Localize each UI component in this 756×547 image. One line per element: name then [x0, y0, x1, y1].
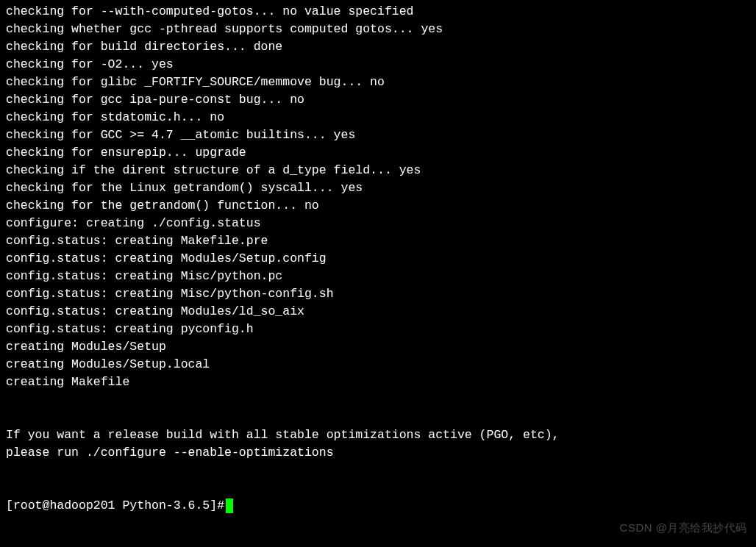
terminal-line: checking for --with-computed-gotos... no…	[6, 3, 756, 21]
terminal-line: checking for glibc _FORTIFY_SOURCE/memmo…	[6, 74, 756, 91]
terminal-line: please run ./configure --enable-optimiza…	[6, 444, 756, 462]
terminal-line: checking for stdatomic.h... no	[6, 109, 756, 126]
terminal-line	[6, 462, 756, 479]
terminal-line: checking for the Linux getrandom() sysca…	[6, 179, 756, 197]
terminal-line: creating Modules/Setup	[6, 338, 756, 356]
terminal-line: If you want a release build with all sta…	[6, 426, 756, 444]
terminal-line: config.status: creating Misc/python.pc	[6, 268, 756, 285]
terminal-line: configure: creating ./config.status	[6, 215, 756, 232]
terminal-line: config.status: creating Misc/python-conf…	[6, 285, 756, 303]
terminal-line: config.status: creating Modules/Setup.co…	[6, 250, 756, 268]
terminal-line: checking for gcc ipa-pure-const bug... n…	[6, 91, 756, 109]
terminal-cursor	[226, 498, 233, 513]
terminal-line	[6, 479, 756, 497]
terminal-line	[6, 391, 756, 409]
terminal-line	[6, 409, 756, 426]
terminal-output: checking for --with-computed-gotos... no…	[6, 3, 756, 497]
terminal-line: creating Makefile	[6, 373, 756, 391]
terminal-line: checking if the dirent structure of a d_…	[6, 162, 756, 179]
terminal-line: config.status: creating Modules/ld_so_ai…	[6, 303, 756, 321]
terminal-line: checking for GCC >= 4.7 __atomic builtin…	[6, 126, 756, 144]
terminal-line: checking for ensurepip... upgrade	[6, 144, 756, 162]
terminal-line: config.status: creating Makefile.pre	[6, 232, 756, 250]
terminal-line: checking for -O2... yes	[6, 56, 756, 74]
prompt-text: [root@hadoop201 Python-3.6.5]#	[6, 497, 224, 515]
terminal-line: checking whether gcc -pthread supports c…	[6, 21, 756, 38]
terminal-line: creating Modules/Setup.local	[6, 356, 756, 373]
terminal-line: checking for the getrandom() function...…	[6, 197, 756, 215]
watermark: CSDN @月亮给我抄代码	[620, 519, 747, 537]
terminal-line: checking for build directories... done	[6, 38, 756, 56]
prompt-line[interactable]: [root@hadoop201 Python-3.6.5]#	[6, 497, 756, 515]
terminal-line: config.status: creating pyconfig.h	[6, 321, 756, 338]
